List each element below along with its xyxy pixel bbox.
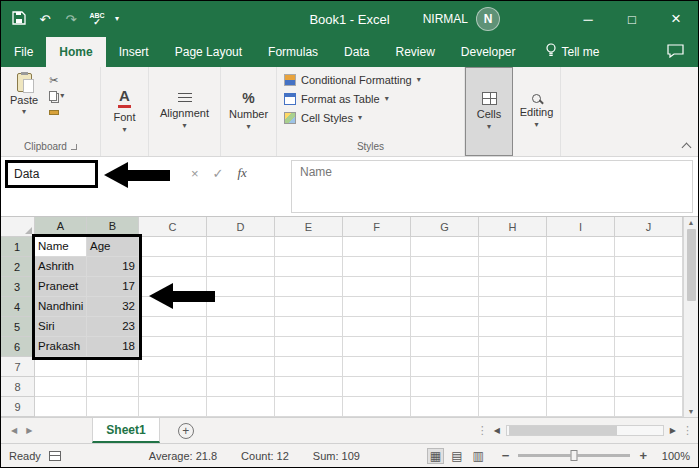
cell-D4[interactable] [207,297,275,317]
cell-C7[interactable] [139,357,207,377]
menu-tab-data[interactable]: Data [331,37,382,67]
cell-I8[interactable] [547,377,615,397]
cell-J9[interactable] [615,397,683,417]
cell-J1[interactable] [615,237,683,257]
cell-A3[interactable]: Praneet [35,277,87,297]
column-header-J[interactable]: J [615,217,683,237]
cell-B3[interactable]: 17 [87,277,139,297]
cell-C2[interactable] [139,257,207,277]
cell-E1[interactable] [275,237,343,257]
cell-D1[interactable] [207,237,275,257]
horizontal-scroll-track[interactable] [506,425,664,436]
menu-tab-file[interactable]: File [1,37,46,67]
column-header-C[interactable]: C [139,217,207,237]
cell-G2[interactable] [411,257,479,277]
cell-J3[interactable] [615,277,683,297]
vertical-scrollbar[interactable]: ▲ ▼ [683,217,698,417]
menu-tab-home[interactable]: Home [46,37,105,67]
cell-J6[interactable] [615,337,683,357]
cell-G6[interactable] [411,337,479,357]
column-header-D[interactable]: D [207,217,275,237]
cell-H8[interactable] [479,377,547,397]
cell-A6[interactable]: Prakash [35,337,87,357]
cell-H5[interactable] [479,317,547,337]
ribbon-group-cells[interactable]: Cells ▾ [465,67,513,156]
cell-C3[interactable] [139,277,207,297]
cancel-icon[interactable]: × [191,166,199,181]
enter-icon[interactable]: ✓ [213,166,224,181]
row-header-4[interactable]: 4 [1,297,35,317]
menu-tab-developer[interactable]: Developer [448,37,529,67]
cell-E5[interactable] [275,317,343,337]
cell-E3[interactable] [275,277,343,297]
cell-J4[interactable] [615,297,683,317]
zoom-slider[interactable] [518,454,630,457]
scrollbar-splitter-icon[interactable]: ⋮ [682,424,693,437]
cell-J2[interactable] [615,257,683,277]
cell-C9[interactable] [139,397,207,417]
cell-A8[interactable] [35,377,87,397]
cell-B6[interactable]: 18 [87,337,139,357]
spellcheck-icon[interactable]: ABC✓ [89,13,105,25]
next-sheet-icon[interactable]: ▶ [26,426,32,435]
column-header-E[interactable]: E [275,217,343,237]
cell-H1[interactable] [479,237,547,257]
cell-C4[interactable] [139,297,207,317]
scroll-right-icon[interactable]: ▶ [670,426,676,435]
cell-J7[interactable] [615,357,683,377]
paste-button[interactable]: Paste ▾ [5,70,43,119]
cell-G7[interactable] [411,357,479,377]
column-header-I[interactable]: I [547,217,615,237]
cell-A1[interactable]: Name [35,237,87,257]
maximize-button[interactable]: □ [610,1,654,37]
cell-F6[interactable] [343,337,411,357]
comment-icon[interactable] [667,44,684,61]
cell-J8[interactable] [615,377,683,397]
cell-B9[interactable] [87,397,139,417]
cell-A4[interactable]: Nandhini [35,297,87,317]
cell-E9[interactable] [275,397,343,417]
cell-H4[interactable] [479,297,547,317]
row-header-3[interactable]: 3 [1,277,35,297]
cell-E2[interactable] [275,257,343,277]
cell-H6[interactable] [479,337,547,357]
cell-D9[interactable] [207,397,275,417]
zoom-slider-thumb[interactable] [571,450,578,461]
cell-D6[interactable] [207,337,275,357]
cell-F3[interactable] [343,277,411,297]
row-header-7[interactable]: 7 [1,357,35,377]
cell-styles-button[interactable]: Cell Styles ▾ [281,108,460,127]
scroll-down-icon[interactable]: ▼ [688,408,695,415]
cell-F8[interactable] [343,377,411,397]
cell-B7[interactable] [87,357,139,377]
ribbon-group-alignment[interactable]: Alignment ▾ [149,67,221,156]
zoom-in-icon[interactable]: + [639,448,647,463]
cell-I5[interactable] [547,317,615,337]
cell-D8[interactable] [207,377,275,397]
insert-function-icon[interactable]: fx [238,165,247,181]
cell-B8[interactable] [87,377,139,397]
collapse-ribbon-icon[interactable] [682,143,692,153]
column-header-G[interactable]: G [411,217,479,237]
cell-D7[interactable] [207,357,275,377]
add-sheet-button[interactable]: + [178,423,194,439]
cell-G3[interactable] [411,277,479,297]
scroll-up-icon[interactable]: ▲ [688,219,695,226]
cell-F4[interactable] [343,297,411,317]
column-header-H[interactable]: H [479,217,547,237]
qat-customize-icon[interactable]: ▾ [115,15,119,23]
cell-A7[interactable] [35,357,87,377]
cell-F7[interactable] [343,357,411,377]
prev-sheet-icon[interactable]: ◀ [11,426,17,435]
column-header-B[interactable]: B [87,217,139,237]
cell-G4[interactable] [411,297,479,317]
cell-G5[interactable] [411,317,479,337]
cell-B4[interactable]: 32 [87,297,139,317]
cut-button[interactable]: ✂ [49,74,64,86]
cell-D2[interactable] [207,257,275,277]
row-header-9[interactable]: 9 [1,397,35,417]
cell-C6[interactable] [139,337,207,357]
cell-E8[interactable] [275,377,343,397]
cell-C8[interactable] [139,377,207,397]
cell-I2[interactable] [547,257,615,277]
